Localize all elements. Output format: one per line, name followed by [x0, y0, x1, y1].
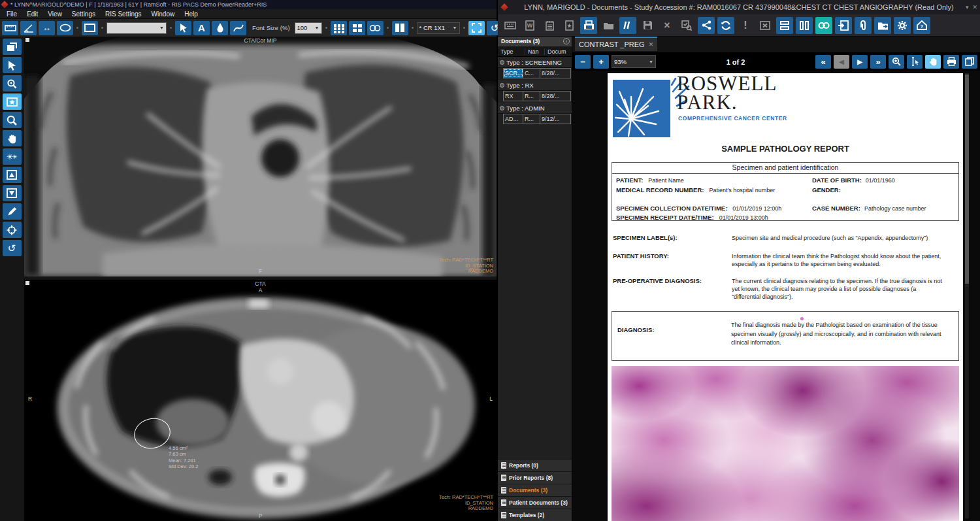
delete-x-icon[interactable]: × [659, 17, 676, 34]
pin-icon[interactable]: ▾ [966, 0, 969, 14]
pathology-report-page: ROSWELL PARK. COMPREHENSIVE CANCER CENTE… [608, 73, 963, 521]
document-row-screening[interactable]: SCR... C... 8/28/... [503, 68, 571, 78]
folder-send-icon[interactable] [874, 17, 891, 34]
fit-fullscreen-icon[interactable] [468, 21, 485, 35]
copy-pages-icon[interactable] [962, 55, 977, 69]
layout-grid-multi-icon[interactable] [331, 21, 347, 35]
column-name[interactable]: Nan [525, 48, 545, 55]
menu-window[interactable]: Window [152, 10, 175, 18]
zoom-out-icon[interactable]: − [575, 55, 591, 69]
ellipse-roi-icon[interactable] [57, 21, 73, 35]
next-page-icon[interactable]: ▶ [852, 55, 868, 69]
collapse-panel-icon[interactable]: ‹ [563, 38, 570, 44]
zoom-magnifier-icon[interactable] [889, 55, 904, 69]
panel-patient-documents[interactable]: Patient Documents (3) [498, 496, 572, 509]
save-icon[interactable] [639, 17, 656, 34]
brightness-contrast-icon[interactable]: ☀☀ [3, 148, 22, 165]
pdf-page-area[interactable]: ROSWELL PARK. COMPREHENSIVE CANCER CENTE… [572, 71, 980, 521]
font-size-select[interactable]: 100▼ [295, 22, 322, 34]
share-icon[interactable] [698, 17, 715, 34]
org-name: ROSWELL PARK. [677, 75, 777, 112]
tab-contrast-preg[interactable]: CONTRAST _PREG ✕ [575, 37, 657, 51]
link-documents-icon[interactable] [815, 17, 832, 34]
home-help-icon[interactable]: ? [913, 17, 930, 34]
document-row-rx[interactable]: RX R... 8/28/... [503, 91, 571, 101]
close-icon[interactable]: ✕ [972, 0, 977, 14]
column-type[interactable]: Type [498, 48, 525, 55]
annotation-preset-select[interactable]: ▼ [106, 22, 167, 34]
distance-arrows-icon[interactable]: ↔ [39, 21, 55, 35]
hanging-protocol-select[interactable]: * CR 1X1▼ [417, 22, 460, 34]
viewport-coronal-cta[interactable]: CTA/Cor MIP F Tech: RAD*TECH^T**RTID_STA… [24, 37, 497, 277]
report-icon [501, 475, 506, 481]
zoom-level-select[interactable]: 93%▼ [612, 55, 656, 68]
text-annotation-icon[interactable]: A [193, 21, 210, 35]
last-page-icon[interactable]: » [870, 55, 886, 69]
settings-gear-icon[interactable] [894, 17, 911, 34]
angle-icon[interactable] [20, 21, 37, 35]
menubar: File Edit View Settings RIS Settings Win… [0, 9, 497, 18]
scrollbar-thumb[interactable] [965, 75, 969, 284]
pdf-scrollbar[interactable] [965, 73, 969, 518]
menu-file[interactable]: File [7, 10, 17, 18]
panel-reports[interactable]: Reports (0) [498, 459, 572, 471]
folder-open-icon[interactable] [600, 17, 617, 34]
scroll-down-icon[interactable] [3, 185, 22, 201]
group-admin[interactable]: Type : ADMIN [498, 103, 572, 114]
menu-edit[interactable]: Edit [27, 10, 38, 18]
zoom-settings-icon[interactable] [3, 75, 22, 92]
film-remove-icon[interactable] [757, 17, 774, 34]
previous-page-icon[interactable]: ◄ [834, 55, 849, 69]
panel-templates[interactable]: Templates (2) [498, 509, 572, 521]
dictation-quotes-icon[interactable] [619, 17, 636, 34]
paperclip-attach-icon[interactable] [855, 17, 872, 34]
preview-verify-icon[interactable] [678, 17, 695, 34]
alert-icon[interactable]: ! [737, 17, 754, 34]
pointer-icon[interactable] [3, 57, 22, 73]
sync-refresh-icon[interactable] [717, 17, 734, 34]
compare-pages-icon[interactable] [392, 21, 408, 35]
marker-drop-icon[interactable] [212, 21, 228, 35]
tab-close-icon[interactable]: ✕ [649, 41, 654, 48]
word-document-icon[interactable]: W [521, 17, 538, 34]
notepad-icon[interactable] [541, 17, 558, 34]
report-title: SAMPLE PATHOLOGY REPORT [608, 144, 963, 154]
menu-ris-settings[interactable]: RIS Settings [105, 10, 142, 18]
panel-documents[interactable]: Documents (3) [498, 484, 572, 496]
window-level-icon[interactable] [3, 93, 22, 110]
zoom-in-icon[interactable]: + [593, 55, 609, 69]
group-screening[interactable]: Type : SCREENING [498, 57, 572, 68]
menu-settings[interactable]: Settings [72, 10, 95, 18]
magnify-icon[interactable] [3, 112, 22, 128]
spline-curve-icon[interactable] [230, 21, 246, 35]
scroll-up-icon[interactable] [3, 167, 22, 183]
rectangle-roi-icon[interactable] [82, 21, 98, 35]
series-stack-icon[interactable] [3, 39, 22, 55]
keyboard-edit-icon[interactable] [502, 17, 519, 34]
menu-view[interactable]: View [48, 10, 62, 18]
menu-help[interactable]: Help [184, 10, 198, 18]
reset-undo-icon[interactable]: ↺ [3, 240, 22, 256]
scan-import-icon[interactable] [580, 17, 597, 34]
document-row-admin[interactable]: AD... R... 9/12/... [503, 114, 571, 124]
first-page-icon[interactable]: « [815, 55, 831, 69]
split-vertical-icon[interactable] [796, 17, 813, 34]
pan-hand-icon[interactable] [3, 130, 22, 146]
pen-annotate-icon[interactable] [3, 203, 22, 220]
document-import-icon[interactable] [835, 17, 852, 34]
column-document-date[interactable]: Docum [545, 48, 572, 55]
pan-hand-icon[interactable] [925, 55, 941, 69]
localizer-target-icon[interactable] [3, 222, 22, 238]
ruler-icon[interactable] [2, 21, 18, 35]
viewport-axial-ct[interactable]: CTA A R L P 4.56 cm² 7.63 cm Mean: 7.241… [24, 280, 497, 521]
layout-grid-2x2-icon[interactable] [349, 21, 365, 35]
document-new-icon[interactable] [561, 17, 578, 34]
link-series-icon[interactable] [367, 21, 384, 35]
panel-prior-reports[interactable]: Prior Reports (8) [498, 471, 572, 484]
annotation-pointer-icon[interactable] [175, 21, 191, 35]
text-select-icon[interactable] [907, 55, 923, 69]
print-icon[interactable] [943, 55, 959, 69]
split-horizontal-icon[interactable] [776, 17, 793, 34]
app-root: * LYNN^MARIGOLD^DEMO | F | 1/18/1963 | 6… [0, 0, 980, 521]
group-rx[interactable]: Type : RX [498, 80, 572, 91]
